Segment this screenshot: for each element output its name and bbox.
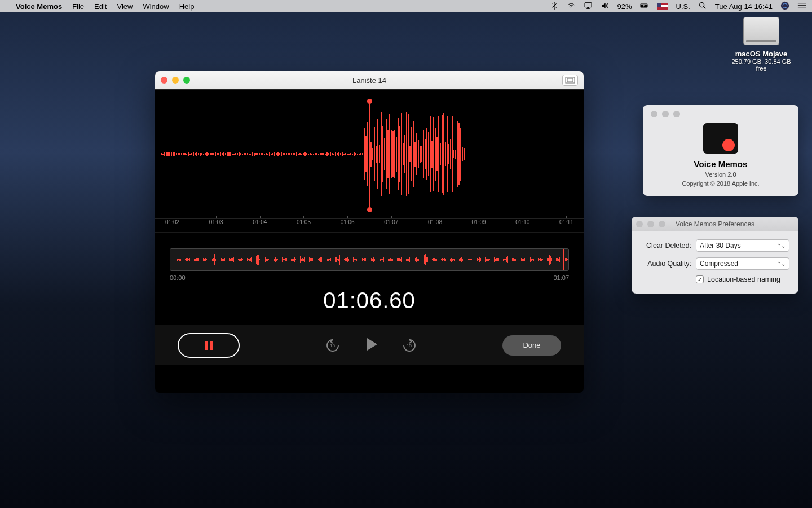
window-title: Lanište 14 (352, 76, 386, 85)
tick: 01:06 (341, 219, 355, 232)
control-bar: 15 15 Done (155, 325, 584, 365)
play-button[interactable] (363, 336, 379, 355)
tick: 01:08 (428, 219, 442, 232)
wifi-icon[interactable] (567, 1, 576, 12)
chevron-updown-icon: ⌃⌄ (776, 261, 785, 267)
svg-rect-2 (647, 5, 648, 6)
window-minimize-button[interactable] (662, 111, 669, 117)
done-button[interactable]: Done (502, 335, 561, 356)
audio-quality-select[interactable]: Compressed ⌃⌄ (696, 257, 789, 270)
overview-start-time: 00:00 (170, 274, 186, 281)
clear-deleted-select[interactable]: After 30 Days ⌃⌄ (696, 239, 789, 252)
overview-panel: 00:00 01:07 (170, 248, 569, 281)
overview-end-time: 01:07 (553, 274, 569, 281)
svg-point-5 (781, 1, 789, 9)
siri-icon[interactable] (780, 1, 789, 12)
about-copyright: Copyright © 2018 Apple Inc. (651, 180, 791, 187)
input-source-icon[interactable] (657, 3, 668, 10)
airplay-icon[interactable] (584, 1, 593, 12)
tick: 01:03 (209, 219, 223, 232)
clear-deleted-label: Clear Deleted: (641, 242, 691, 249)
tick: 01:07 (384, 219, 398, 232)
about-app-name: Voice Memos (651, 159, 791, 169)
elapsed-time: 01:06.60 (155, 288, 584, 313)
menu-bar: Voice Memos File Edit View Window Help 9… (0, 0, 812, 12)
window-zoom-button[interactable] (659, 221, 665, 227)
window-close-button[interactable] (161, 77, 167, 84)
trim-button[interactable] (562, 75, 578, 86)
bluetooth-icon[interactable] (550, 1, 559, 12)
tick: 01:10 (515, 219, 529, 232)
volume-icon[interactable] (601, 1, 610, 12)
about-window: Voice Memos Version 2.0 Copyright © 2018… (643, 105, 798, 196)
waveform-display[interactable] (155, 89, 584, 219)
audio-quality-label: Audio Quality: (641, 260, 691, 268)
tick: 01:11 (559, 219, 573, 232)
menu-view[interactable]: View (117, 2, 133, 11)
drive-stats: 250.79 GB, 30.84 GB free (727, 58, 795, 72)
menu-help[interactable]: Help (179, 2, 195, 11)
timeline-ruler[interactable]: 01:02 01:03 01:04 01:05 01:06 01:07 01:0… (155, 219, 584, 233)
drive-name: macOS Mojave (727, 50, 795, 58)
battery-icon[interactable] (640, 1, 649, 12)
prefs-titlebar[interactable]: Voice Memos Preferences (632, 217, 798, 231)
window-zoom-button[interactable] (673, 111, 680, 117)
overview-playhead[interactable] (563, 249, 564, 270)
locale-label: U.S. (676, 2, 690, 11)
svg-rect-8 (567, 78, 573, 82)
window-minimize-button[interactable] (172, 77, 179, 84)
voice-memos-window: Lanište 14 01:02 01:03 01:04 01:05 01:06… (155, 71, 584, 393)
prefs-title: Voice Memos Preferences (676, 220, 754, 228)
preferences-window: Voice Memos Preferences Clear Deleted: A… (632, 217, 798, 294)
playhead[interactable] (369, 101, 370, 210)
window-close-button[interactable] (651, 111, 657, 117)
svg-point-4 (699, 2, 704, 7)
notification-center-icon[interactable] (797, 1, 806, 12)
desktop-drive[interactable]: macOS Mojave 250.79 GB, 30.84 GB free (727, 17, 795, 72)
app-icon (703, 123, 738, 154)
skip-forward-button[interactable]: 15 (402, 338, 417, 353)
window-close-button[interactable] (636, 221, 643, 227)
clock[interactable]: Tue Aug 14 16:41 (715, 2, 773, 11)
menu-file[interactable]: File (72, 2, 84, 11)
window-minimize-button[interactable] (647, 221, 654, 227)
menu-window[interactable]: Window (143, 2, 169, 11)
drive-icon (743, 17, 779, 45)
window-titlebar[interactable]: Lanište 14 (155, 71, 584, 89)
menu-edit[interactable]: Edit (94, 2, 107, 11)
window-zoom-button[interactable] (183, 77, 190, 84)
app-menu[interactable]: Voice Memos (16, 2, 62, 11)
overview-track[interactable] (170, 248, 569, 271)
tick: 01:02 (165, 219, 179, 232)
tick: 01:04 (253, 219, 267, 232)
battery-percent[interactable]: 92% (617, 2, 632, 11)
tick: 01:09 (472, 219, 486, 232)
skip-back-button[interactable]: 15 (325, 338, 340, 353)
tick: 01:05 (297, 219, 311, 232)
location-naming-checkbox[interactable]: ✓ (696, 275, 704, 283)
spotlight-icon[interactable] (698, 1, 707, 12)
location-naming-label: Location-based naming (707, 275, 780, 283)
pause-record-button[interactable] (178, 333, 240, 358)
chevron-updown-icon: ⌃⌄ (776, 243, 785, 249)
about-version: Version 2.0 (651, 171, 791, 178)
